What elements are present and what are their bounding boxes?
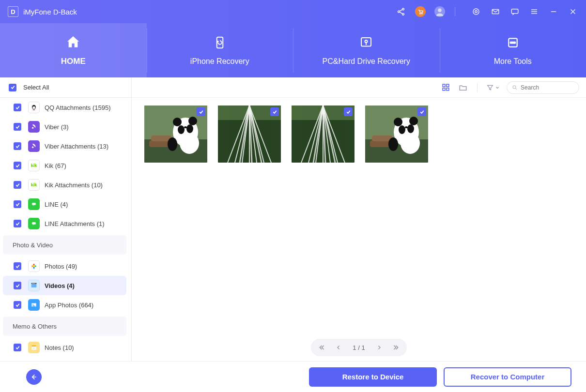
svg-point-52 (173, 118, 182, 126)
sidebar-item-viber[interactable]: Viber (3) (3, 117, 126, 136)
avatar-icon[interactable] (434, 6, 445, 17)
sidebar-item-icon (28, 102, 40, 113)
svg-point-51 (180, 133, 199, 154)
sidebar-item-icon (28, 121, 40, 133)
sidebar-item-label: LINE Attachments (1) (45, 220, 105, 227)
sidebar-item-checkbox[interactable] (14, 181, 21, 189)
sidebar-item-checkbox[interactable] (14, 104, 21, 111)
phone-refresh-icon (212, 35, 228, 50)
folder-view-icon[interactable] (458, 82, 468, 93)
sidebar-item-checkbox[interactable] (14, 262, 21, 270)
content-toolbar (132, 77, 586, 98)
search-box[interactable] (507, 81, 579, 94)
svg-point-69 (409, 117, 418, 125)
body-area: Select All QQ Attachments (1595)Viber (3… (0, 77, 586, 361)
page-indicator: 1 / 1 (349, 344, 369, 351)
nav-tab-home[interactable]: HOME (0, 23, 147, 77)
restore-to-device-button[interactable]: Restore to Device (309, 367, 437, 387)
mail-icon[interactable] (490, 6, 501, 17)
sidebar-item-kik[interactable]: kikKik (67) (3, 156, 126, 175)
page-prev-icon[interactable] (332, 341, 345, 354)
cart-icon[interactable] (415, 6, 426, 17)
sidebar-item-label: Kik (67) (45, 162, 66, 169)
sidebar-item-videos[interactable]: Videos (4) (3, 276, 126, 295)
nav-tab-more[interactable]: More Tools (440, 23, 586, 77)
sidebar-item-label: App Photos (664) (45, 302, 93, 309)
svg-point-22 (32, 147, 34, 149)
minimize-icon[interactable] (548, 6, 559, 17)
thumbnail-checkbox[interactable] (417, 107, 426, 116)
sidebar-item-icon (28, 218, 40, 229)
share-icon[interactable] (396, 6, 406, 17)
nav-tab-pc[interactable]: PC&Hard Drive Recovery (293, 23, 440, 77)
search-input[interactable] (521, 84, 574, 91)
sidebar-item-checkbox[interactable] (14, 142, 21, 150)
sidebar-item-label: Notes (10) (45, 344, 74, 351)
sidebar-item-icon: kik (28, 160, 40, 171)
page-next-icon[interactable] (373, 341, 386, 354)
svg-point-57 (184, 126, 187, 128)
svg-point-21 (32, 127, 34, 129)
sidebar-item-checkbox[interactable] (14, 220, 21, 227)
filter-icon[interactable] (486, 84, 500, 91)
select-all-row[interactable]: Select All (0, 77, 131, 98)
sidebar-item-icon (28, 198, 40, 210)
sidebar-item-viber-att[interactable]: Viber Attachments (13) (3, 136, 126, 156)
svg-rect-24 (32, 222, 36, 225)
svg-point-5 (438, 9, 441, 12)
svg-point-3 (419, 13, 420, 14)
thumbnail-checkbox[interactable] (270, 107, 279, 116)
thumbnail-grid (132, 98, 586, 334)
sidebar-item-checkbox[interactable] (14, 344, 21, 351)
sidebar-item-label: Videos (4) (45, 282, 75, 289)
video-thumbnail[interactable] (365, 106, 428, 163)
menu-icon[interactable] (529, 6, 540, 17)
select-all-checkbox[interactable] (9, 84, 16, 91)
sidebar-item-checkbox[interactable] (14, 162, 21, 169)
video-thumbnail[interactable] (292, 106, 355, 163)
thumbnail-checkbox[interactable] (197, 107, 205, 116)
thumbnail-checkbox[interactable] (344, 107, 353, 116)
page-last-icon[interactable] (389, 341, 402, 354)
svg-point-20 (34, 106, 35, 106)
sidebar: Select All QQ Attachments (1595)Viber (3… (0, 77, 132, 361)
video-thumbnail[interactable] (144, 106, 207, 163)
svg-point-7 (475, 11, 478, 13)
sidebar-item-checkbox[interactable] (14, 282, 21, 289)
back-button[interactable] (26, 369, 42, 385)
svg-point-15 (512, 42, 513, 44)
sidebar-item-line[interactable]: LINE (4) (3, 195, 126, 214)
gear-icon[interactable] (471, 6, 481, 17)
nav-tab-label: HOME (61, 57, 86, 66)
sidebar-item-label: Viber Attachments (13) (45, 143, 108, 150)
sidebar-item-icon (28, 342, 40, 353)
video-thumbnail[interactable] (218, 106, 281, 163)
select-all-label: Select All (23, 84, 49, 91)
sidebar-item-kik-att[interactable]: kikKik Attachments (10) (3, 175, 126, 195)
grid-view-icon[interactable] (440, 82, 451, 93)
sidebar-item-notes-att[interactable]: Notes Attachments (17) (3, 357, 126, 361)
sidebar-group-gp-memo: Memo & Others (3, 317, 126, 336)
sidebar-item-line-att[interactable]: LINE Attachments (1) (3, 214, 126, 233)
sidebar-item-notes[interactable]: Notes (10) (3, 338, 126, 357)
svg-point-16 (514, 42, 515, 44)
nav-tab-iphone[interactable]: iPhone Recovery (147, 23, 293, 77)
recover-to-computer-button[interactable]: Recover to Computer (444, 367, 571, 387)
sidebar-item-photos[interactable]: Photos (49) (3, 256, 126, 276)
sidebar-item-checkbox[interactable] (14, 123, 21, 131)
sidebar-item-checkbox[interactable] (14, 301, 21, 309)
page-first-icon[interactable] (316, 341, 328, 354)
chat-icon[interactable] (509, 6, 520, 17)
sidebar-item-icon: kik (28, 179, 40, 191)
sidebar-item-checkbox[interactable] (14, 200, 21, 208)
svg-rect-43 (443, 88, 445, 90)
sidebar-item-qq-att[interactable]: QQ Attachments (1595) (3, 98, 126, 117)
close-icon[interactable] (568, 6, 578, 17)
sidebar-item-label: QQ Attachments (1595) (45, 104, 111, 111)
svg-point-27 (35, 265, 36, 267)
svg-point-45 (513, 85, 516, 88)
sidebar-item-app-photos[interactable]: App Photos (664) (3, 295, 126, 315)
more-icon (505, 35, 521, 50)
sidebar-list[interactable]: QQ Attachments (1595)Viber (3)Viber Atta… (0, 98, 131, 361)
sidebar-group-gp-photo: Photo & Video (3, 235, 126, 255)
